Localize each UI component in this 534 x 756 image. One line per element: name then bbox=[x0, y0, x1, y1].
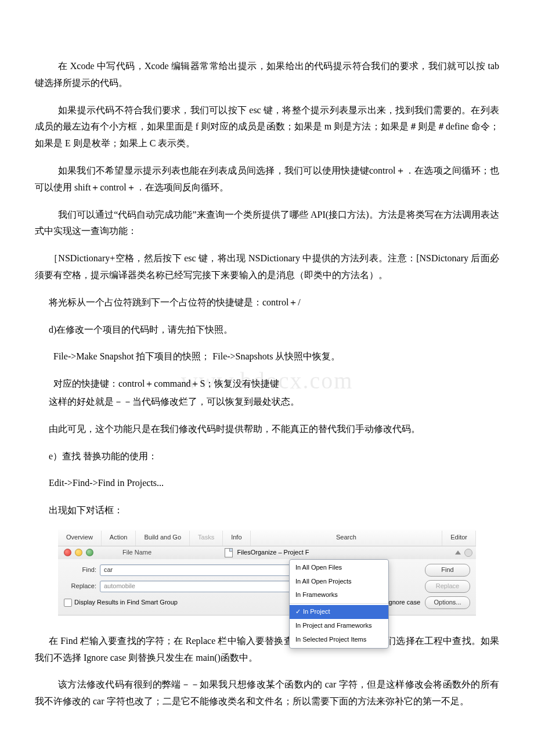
menu-all-open-files[interactable]: In All Open Files bbox=[290, 561, 388, 575]
toolbar-info[interactable]: Info bbox=[223, 531, 250, 546]
toolbar-editor[interactable]: Editor bbox=[442, 531, 476, 546]
dialog-titlebar: File Name FilesOrganize – Project F bbox=[58, 546, 476, 559]
zoom-icon[interactable] bbox=[86, 549, 93, 556]
window-title-text: FilesOrganize – Project F bbox=[237, 549, 309, 556]
paragraph: 如果我们不希望显示提示列表也能在列表成员间选择，我们可以使用快捷键control… bbox=[35, 163, 499, 196]
dialog-toolbar: Overview Action Build and Go Tasks Info … bbox=[58, 530, 476, 546]
gear-icon[interactable] bbox=[464, 549, 472, 557]
toolbar-search[interactable]: Search bbox=[251, 531, 443, 546]
options-button[interactable]: Options... bbox=[425, 596, 470, 609]
title-right-controls bbox=[455, 549, 472, 557]
paragraph: ［NSDictionary+空格，然后按下 esc 键，将出现 NSDictio… bbox=[35, 250, 499, 284]
toolbar-action[interactable]: Action bbox=[102, 531, 136, 546]
paragraph: 该方法修改代码有很到的弊端－－如果我只想修改某个函数内的 car 字符，但是这样… bbox=[35, 676, 499, 710]
find-label: Find: bbox=[64, 564, 100, 576]
document-icon bbox=[225, 548, 233, 557]
find-input[interactable]: car bbox=[100, 564, 320, 576]
paragraph: 这样的好处就是－－当代码修改烂了，可以恢复到最处状态。 bbox=[35, 394, 499, 411]
toolbar-build[interactable]: Build and Go bbox=[136, 531, 190, 546]
replace-label: Replace: bbox=[64, 581, 100, 592]
menu-in-project-frameworks[interactable]: In Project and Frameworks bbox=[290, 619, 388, 633]
paragraph: Edit->Find->Find in Projects... bbox=[35, 475, 499, 492]
paragraph: 出现如下对话框： bbox=[35, 502, 499, 519]
paragraph: e）查找 替换功能的使用： bbox=[35, 448, 499, 465]
paragraph: 在 Xcode 中写代码，Xcode 编辑器常常给出提示，如果给出的代码提示符合… bbox=[35, 58, 499, 92]
toolbar-overview[interactable]: Overview bbox=[58, 531, 102, 546]
display-results-checkbox[interactable] bbox=[64, 599, 72, 607]
menu-all-open-projects[interactable]: In All Open Projects bbox=[290, 575, 388, 589]
minimize-icon[interactable] bbox=[75, 549, 82, 556]
find-dialog-screenshot: Overview Action Build and Go Tasks Info … bbox=[58, 530, 476, 615]
menu-separator bbox=[290, 603, 388, 604]
find-panel: In All Open Files In All Open Projects I… bbox=[58, 559, 476, 615]
menu-in-project[interactable]: In Project bbox=[290, 605, 388, 619]
replace-button[interactable]: Replace bbox=[425, 580, 470, 593]
paragraph: File->Make Snapshot 拍下项目的快照； File->Snaps… bbox=[35, 348, 499, 365]
toolbar-tasks[interactable]: Tasks bbox=[190, 531, 223, 546]
paragraph: d)在修改一个项目的代码时，请先拍下快照。 bbox=[35, 322, 499, 339]
paragraph: 我们可以通过“代码自动完成功能”来查询一个类所提供了哪些 API(接口方法)。方… bbox=[35, 207, 499, 240]
find-button[interactable]: Find bbox=[425, 564, 470, 577]
paragraph: 由此可见，这个功能只是在我们修改代码时提供帮助，不能真正的替代我们手动修改代码。 bbox=[35, 421, 499, 438]
scope-menu[interactable]: In All Open Files In All Open Projects I… bbox=[289, 559, 389, 649]
display-results-label: Display Results in Find Smart Group bbox=[74, 597, 178, 609]
window-controls[interactable] bbox=[58, 549, 99, 556]
paragraph: 将光标从一个占位符跳到下一个占位符的快捷键是：control＋/ bbox=[35, 294, 499, 311]
paragraph: 在 Find 栏输入要查找的字符；在 Replace 栏中输入要替换查找到的字符… bbox=[35, 633, 499, 667]
close-icon[interactable] bbox=[64, 549, 71, 556]
sort-icon[interactable] bbox=[455, 550, 461, 555]
menu-in-frameworks[interactable]: In Frameworks bbox=[290, 588, 388, 602]
paragraph: 对应的快捷键：control＋command＋S；恢复没有快捷键 bbox=[35, 376, 499, 393]
menu-selected-items[interactable]: In Selected Project Items bbox=[290, 633, 388, 647]
replace-input[interactable]: automobile bbox=[100, 581, 320, 592]
ignore-case-label: Ignore case bbox=[387, 597, 420, 609]
column-header-filename: File Name bbox=[99, 547, 151, 559]
paragraph: 如果提示代码不符合我们要求，我们可以按下 esc 键，将整个提示列表显示出来，找… bbox=[35, 102, 499, 152]
